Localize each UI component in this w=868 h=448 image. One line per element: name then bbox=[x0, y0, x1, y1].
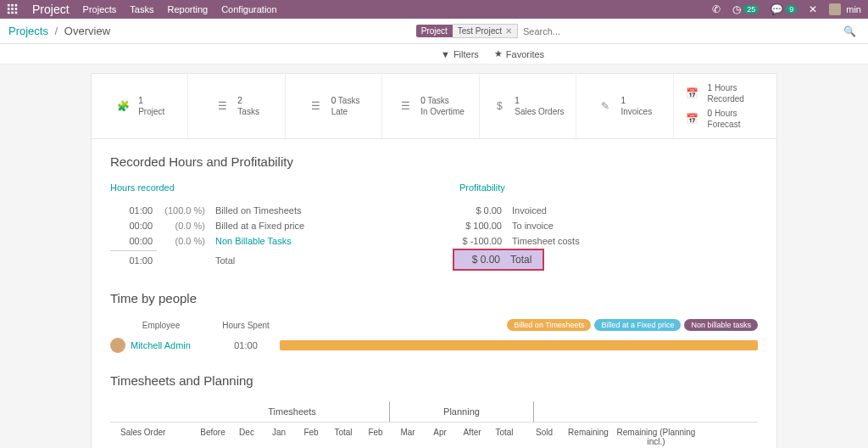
nav-reporting[interactable]: Reporting bbox=[167, 4, 208, 14]
favorites-button[interactable]: ★ Favorites bbox=[494, 48, 544, 59]
employee-col-head: Employee bbox=[110, 321, 212, 330]
breadcrumb: Projects / Overview bbox=[8, 25, 110, 37]
chat-icon[interactable]: 💬9 bbox=[771, 3, 797, 15]
close-icon[interactable]: ✕ bbox=[809, 3, 817, 15]
breadcrumb-root[interactable]: Projects bbox=[8, 25, 48, 37]
calendar-icon: 📅 bbox=[684, 110, 701, 127]
phone-icon[interactable]: ✆ bbox=[712, 3, 721, 15]
svg-rect-5 bbox=[15, 8, 18, 10]
hours-col-head: Hours Spent bbox=[212, 321, 280, 330]
profitability-head: Profitability bbox=[459, 182, 758, 193]
stat-tasks-late[interactable]: ☰ 0 TasksLate bbox=[286, 74, 382, 138]
remove-tag-icon[interactable]: ✕ bbox=[505, 26, 512, 36]
hours-bar bbox=[280, 340, 758, 350]
apps-icon[interactable] bbox=[7, 3, 19, 15]
stat-sales-orders[interactable]: $ 1Sales Orders bbox=[480, 74, 576, 138]
section-title-people: Time by people bbox=[110, 291, 758, 305]
search-icon[interactable]: 🔍 bbox=[840, 22, 860, 41]
search-tag-value[interactable]: Test Project✕ bbox=[453, 24, 518, 38]
search-input[interactable] bbox=[518, 25, 840, 38]
non-billable-link[interactable]: Non Billable Tasks bbox=[215, 236, 409, 246]
filters-button[interactable]: ▼ Filters bbox=[441, 48, 479, 59]
planning-section-head: Planning bbox=[390, 401, 534, 422]
chip-non-billable[interactable]: Non billable tasks bbox=[684, 319, 758, 331]
svg-rect-8 bbox=[15, 12, 18, 14]
pencil-icon: ✎ bbox=[597, 98, 614, 115]
app-title: Project bbox=[32, 3, 70, 16]
calendar-icon: 📅 bbox=[684, 85, 701, 102]
avatar bbox=[829, 3, 841, 15]
svg-rect-6 bbox=[8, 12, 10, 14]
breadcrumb-current: Overview bbox=[64, 25, 110, 37]
hours-recorded-head: Hours recorded bbox=[110, 182, 409, 193]
list-icon: ☰ bbox=[214, 98, 231, 115]
search-tag-label: Project bbox=[416, 25, 453, 37]
list-icon: ☰ bbox=[308, 98, 325, 115]
nav-tasks[interactable]: Tasks bbox=[130, 4, 153, 14]
stat-tasks-overtime[interactable]: ☰ 0 TasksIn Overtime bbox=[382, 74, 479, 138]
chip-billed-timesheets[interactable]: Billed on Timesheets bbox=[507, 319, 591, 331]
timesheets-section-head: Timesheets bbox=[195, 401, 390, 422]
svg-rect-7 bbox=[11, 12, 14, 14]
avatar bbox=[110, 338, 125, 353]
list-icon: ☰ bbox=[397, 98, 414, 115]
svg-rect-1 bbox=[11, 4, 14, 7]
timer-icon[interactable]: ◷25 bbox=[732, 3, 759, 15]
profitability-total-highlight: $ 0.00Total bbox=[453, 249, 544, 271]
stat-project[interactable]: 🧩 1Project bbox=[92, 74, 188, 138]
svg-rect-0 bbox=[8, 4, 10, 7]
dollar-icon: $ bbox=[491, 98, 508, 115]
nav-projects[interactable]: Projects bbox=[83, 4, 117, 14]
chip-billed-fixed[interactable]: Billed at a Fixed price bbox=[594, 319, 681, 331]
section-title-timesheets: Timesheets and Planning bbox=[110, 373, 758, 388]
stat-tasks[interactable]: ☰ 2Tasks bbox=[188, 74, 285, 138]
employee-link[interactable]: Mitchell Admin bbox=[131, 340, 191, 350]
stat-hours[interactable]: 📅1 HoursRecorded 📅0 HoursForecast bbox=[674, 74, 776, 138]
nav-configuration[interactable]: Configuration bbox=[221, 4, 276, 14]
section-title-recorded: Recorded Hours and Profitability bbox=[110, 154, 758, 169]
stat-invoices[interactable]: ✎ 1Invoices bbox=[576, 74, 673, 138]
user-name: min bbox=[846, 4, 861, 14]
user-menu[interactable]: min bbox=[829, 3, 861, 15]
employee-hours: 01:00 bbox=[212, 340, 280, 350]
svg-rect-2 bbox=[15, 4, 18, 7]
svg-rect-4 bbox=[11, 8, 14, 10]
puzzle-icon: 🧩 bbox=[114, 98, 131, 115]
svg-rect-3 bbox=[8, 8, 10, 10]
